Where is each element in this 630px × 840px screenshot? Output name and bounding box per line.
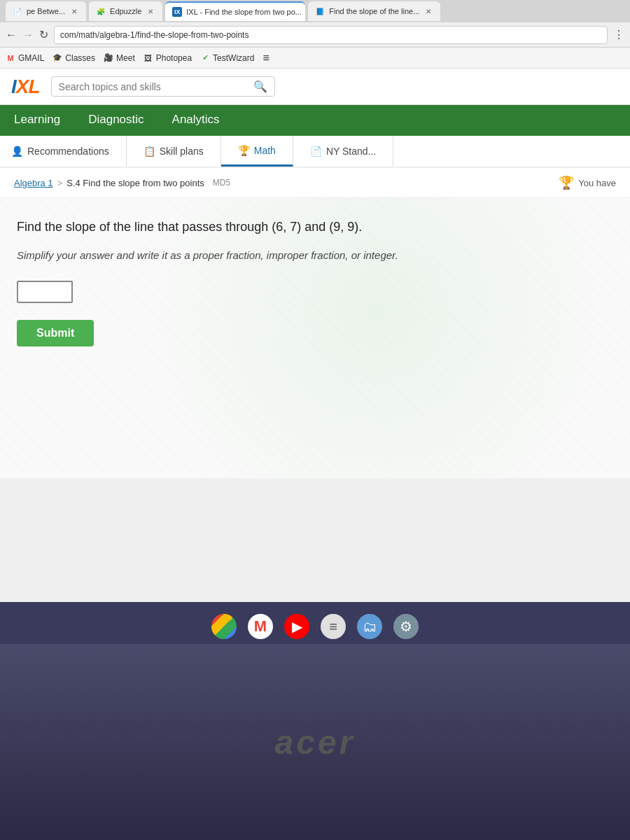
problem-line1: Find the slope of the line that passes t… (17, 218, 613, 237)
breadcrumb-parent[interactable]: Algebra 1 (14, 178, 53, 188)
tab-favicon-ixl: IX (172, 7, 182, 17)
tab-label-slope: Find the slope of the line... (329, 7, 419, 15)
bookmark-gmail[interactable]: M GMAIL (6, 53, 44, 63)
nav-diagnostic[interactable]: Diagnostic (85, 106, 146, 136)
tab-label-betwe: pe Betwe... (27, 7, 65, 15)
search-input[interactable] (59, 81, 248, 92)
subnav-skill-plans[interactable]: 📋 Skill plans (127, 136, 221, 167)
nav-learning[interactable]: Learning (11, 106, 63, 136)
nav-analytics[interactable]: Analytics (169, 106, 223, 136)
tab-favicon-slope: 📘 (315, 6, 325, 16)
breadcrumb: Algebra 1 > S.4 Find the slope from two … (14, 178, 230, 188)
classes-icon: 🎓 (52, 53, 62, 63)
tab-close-slope[interactable]: ✕ (424, 6, 433, 16)
back-button[interactable]: ← (6, 29, 17, 41)
subnav-ny-standards[interactable]: 📄 NY Stand... (293, 136, 393, 167)
ixl-content: Find the slope of the line that passes t… (0, 198, 630, 478)
bookmark-photopea[interactable]: 🖼 Photopea (144, 53, 192, 63)
ixl-subnav: 👤 Recommendations 📋 Skill plans 🏆 Math 📄… (0, 136, 630, 168)
subnav-ny-standards-label: NY Stand... (326, 146, 376, 157)
bookmark-gmail-label: GMAIL (18, 53, 44, 63)
bookmark-testwizard-label: TestWizard (213, 53, 254, 63)
bookmark-meet-label: Meet (116, 53, 135, 63)
recommendations-icon: 👤 (11, 146, 23, 157)
ixl-logo[interactable]: IXL (11, 76, 40, 98)
extensions-button[interactable]: ⋮ (613, 28, 624, 41)
tab-betwe[interactable]: 📄 pe Betwe... ✕ (6, 1, 86, 21)
breadcrumb-badge: MD5 (213, 178, 230, 188)
breadcrumb-separator: > (57, 178, 63, 188)
tab-edpuzzle[interactable]: 🧩 Edpuzzle ✕ (89, 1, 162, 21)
answer-input[interactable] (17, 281, 73, 303)
trophy-icon: 🏆 (559, 175, 574, 190)
refresh-button[interactable]: ↻ (39, 28, 48, 41)
breadcrumb-row: Algebra 1 > S.4 Find the slope from two … (0, 168, 630, 198)
bookmark-classes[interactable]: 🎓 Classes (52, 53, 95, 63)
bookmark-meet[interactable]: 🎥 Meet (104, 53, 135, 63)
taskbar-gmail-icon[interactable]: M (248, 614, 273, 639)
subnav-recommendations-label: Recommendations (27, 146, 109, 157)
acer-logo: acer (275, 723, 356, 762)
taskbar-settings-icon[interactable]: ⚙ (393, 614, 419, 639)
tab-ixl[interactable]: IX IXL - Find the slope from two po... ✕ (165, 1, 305, 21)
math-icon: 🏆 (238, 145, 250, 156)
you-have-text: You have (578, 178, 616, 188)
gmail-icon: M (6, 53, 15, 63)
meet-icon: 🎥 (104, 53, 113, 63)
browser-screen: 📄 pe Betwe... ✕ 🧩 Edpuzzle ✕ IX IXL - Fi… (0, 0, 630, 602)
subnav-skill-plans-label: Skill plans (160, 146, 204, 157)
list-icon: ≡ (262, 52, 269, 64)
tab-label-ixl: IXL - Find the slope from two po... (186, 8, 302, 16)
bookmark-classes-label: Classes (65, 53, 95, 63)
ixl-nav: Learning Diagnostic Analytics (0, 105, 630, 136)
taskbar-chrome-icon[interactable] (211, 614, 237, 639)
subnav-math[interactable]: 🏆 Math (221, 136, 293, 167)
breadcrumb-current: S.4 Find the slope from two points (66, 178, 204, 188)
taskbar-folder-icon[interactable]: 🗂 (357, 614, 382, 639)
tab-favicon-betwe: 📄 (13, 6, 22, 16)
bookmark-list[interactable]: ≡ (262, 52, 269, 64)
bookmark-testwizard[interactable]: ✔ TestWizard (200, 53, 254, 63)
taskbar: M ▶ ≡ 🗂 ⚙ (0, 609, 630, 644)
tab-label-edpuzzle: Edpuzzle (110, 7, 141, 15)
laptop-bottom: acer (0, 644, 630, 840)
ixl-header: IXL 🔍 (0, 69, 630, 105)
subnav-recommendations[interactable]: 👤 Recommendations (11, 136, 127, 167)
problem-line2: Simplify your answer and write it as a p… (17, 248, 613, 264)
taskbar-files-icon[interactable]: ≡ (321, 614, 346, 639)
subnav-math-label: Math (254, 145, 276, 156)
bookmark-photopea-label: Photopea (156, 53, 192, 63)
tab-close-edpuzzle[interactable]: ✕ (146, 6, 155, 16)
ny-standards-icon: 📄 (310, 146, 322, 157)
testwizard-icon: ✔ (200, 53, 210, 63)
taskbar-youtube-icon[interactable]: ▶ (284, 614, 309, 639)
tab-close-betwe[interactable]: ✕ (69, 6, 79, 16)
skill-plans-icon: 📋 (144, 146, 155, 157)
address-bar-row: ← → ↻ ⋮ (0, 22, 630, 48)
address-input[interactable] (54, 26, 608, 44)
search-bar[interactable]: 🔍 (51, 76, 275, 97)
search-icon: 🔍 (253, 80, 267, 93)
tab-bar: 📄 pe Betwe... ✕ 🧩 Edpuzzle ✕ IX IXL - Fi… (0, 0, 630, 22)
photopea-icon: 🖼 (144, 53, 153, 63)
forward-button[interactable]: → (22, 29, 34, 41)
you-have-badge: 🏆 You have (559, 175, 616, 190)
bookmarks-bar: M GMAIL 🎓 Classes 🎥 Meet 🖼 Photopea ✔ Te… (0, 48, 630, 69)
tab-slope[interactable]: 📘 Find the slope of the line... ✕ (308, 1, 440, 21)
tab-favicon-edpuzzle: 🧩 (96, 6, 106, 16)
submit-button[interactable]: Submit (17, 320, 94, 346)
